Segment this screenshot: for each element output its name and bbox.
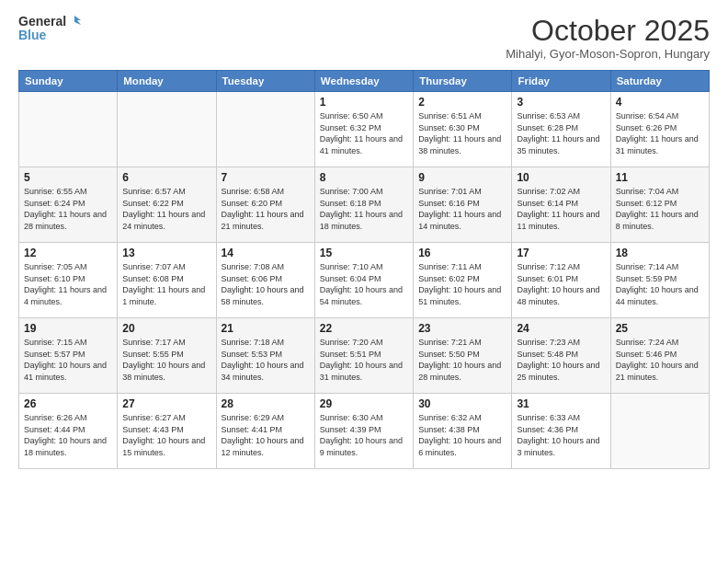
calendar-cell: 23Sunrise: 7:21 AM Sunset: 5:50 PM Dayli… (414, 318, 512, 394)
calendar-cell: 12Sunrise: 7:05 AM Sunset: 6:10 PM Dayli… (19, 243, 118, 318)
day-info: Sunrise: 7:23 AM Sunset: 5:48 PM Dayligh… (517, 337, 605, 383)
calendar-cell: 25Sunrise: 7:24 AM Sunset: 5:46 PM Dayli… (610, 318, 709, 394)
day-number: 20 (122, 322, 210, 335)
calendar-cell: 14Sunrise: 7:08 AM Sunset: 6:06 PM Dayli… (216, 243, 314, 318)
calendar-cell: 20Sunrise: 7:17 AM Sunset: 5:55 PM Dayli… (118, 318, 216, 394)
day-info: Sunrise: 6:53 AM Sunset: 6:28 PM Dayligh… (517, 110, 605, 156)
calendar-cell: 19Sunrise: 7:15 AM Sunset: 5:57 PM Dayli… (19, 318, 118, 394)
calendar-cell: 2Sunrise: 6:51 AM Sunset: 6:30 PM Daylig… (414, 92, 512, 167)
calendar-cell: 16Sunrise: 7:11 AM Sunset: 6:02 PM Dayli… (414, 243, 512, 318)
day-number: 16 (418, 247, 506, 259)
day-info: Sunrise: 7:12 AM Sunset: 6:01 PM Dayligh… (517, 261, 605, 307)
day-info: Sunrise: 6:29 AM Sunset: 4:41 PM Dayligh… (222, 412, 310, 458)
calendar-cell: 18Sunrise: 7:14 AM Sunset: 5:59 PM Dayli… (610, 243, 709, 318)
calendar-cell: 29Sunrise: 6:30 AM Sunset: 4:39 PM Dayli… (314, 394, 413, 469)
day-info: Sunrise: 7:17 AM Sunset: 5:55 PM Dayligh… (122, 337, 210, 383)
calendar-cell: 3Sunrise: 6:53 AM Sunset: 6:28 PM Daylig… (512, 92, 610, 167)
day-number: 31 (517, 397, 605, 410)
calendar-cell: 8Sunrise: 7:00 AM Sunset: 6:18 PM Daylig… (314, 167, 413, 243)
day-number: 11 (616, 171, 704, 184)
day-info: Sunrise: 6:54 AM Sunset: 6:26 PM Dayligh… (616, 110, 704, 156)
location: Mihalyi, Gyor-Moson-Sopron, Hungary (506, 47, 710, 61)
calendar-cell: 11Sunrise: 7:04 AM Sunset: 6:12 PM Dayli… (610, 167, 709, 243)
day-info: Sunrise: 7:05 AM Sunset: 6:10 PM Dayligh… (24, 261, 112, 307)
calendar-cell: 28Sunrise: 6:29 AM Sunset: 4:41 PM Dayli… (216, 394, 314, 469)
calendar-cell: 5Sunrise: 6:55 AM Sunset: 6:24 PM Daylig… (19, 167, 118, 243)
day-info: Sunrise: 7:01 AM Sunset: 6:16 PM Dayligh… (418, 186, 506, 232)
calendar-cell (216, 92, 314, 167)
calendar-cell: 26Sunrise: 6:26 AM Sunset: 4:44 PM Dayli… (19, 394, 118, 469)
day-info: Sunrise: 6:55 AM Sunset: 6:24 PM Dayligh… (24, 186, 112, 232)
day-info: Sunrise: 7:00 AM Sunset: 6:18 PM Dayligh… (320, 186, 408, 232)
day-number: 29 (320, 397, 408, 410)
title-block: October 2025 Mihalyi, Gyor-Moson-Sopron,… (506, 15, 710, 61)
calendar-cell: 4Sunrise: 6:54 AM Sunset: 6:26 PM Daylig… (610, 92, 709, 167)
day-number: 26 (24, 397, 112, 410)
calendar-table: Sunday Monday Tuesday Wednesday Thursday… (18, 70, 710, 469)
calendar-cell: 17Sunrise: 7:12 AM Sunset: 6:01 PM Dayli… (512, 243, 610, 318)
header-row: Sunday Monday Tuesday Wednesday Thursday… (19, 71, 710, 92)
calendar-cell (610, 394, 709, 469)
day-info: Sunrise: 7:20 AM Sunset: 5:51 PM Dayligh… (320, 337, 408, 383)
day-number: 27 (122, 397, 210, 410)
day-number: 1 (320, 96, 408, 109)
day-number: 9 (418, 171, 506, 184)
day-info: Sunrise: 7:08 AM Sunset: 6:06 PM Dayligh… (222, 261, 310, 307)
day-info: Sunrise: 7:18 AM Sunset: 5:53 PM Dayligh… (222, 337, 310, 383)
col-saturday: Saturday (610, 71, 709, 92)
logo-general: General (18, 15, 66, 29)
logo: General Blue (18, 15, 81, 43)
day-info: Sunrise: 6:51 AM Sunset: 6:30 PM Dayligh… (418, 110, 506, 156)
day-number: 3 (517, 96, 605, 109)
day-number: 15 (320, 247, 408, 259)
day-info: Sunrise: 6:57 AM Sunset: 6:22 PM Dayligh… (122, 186, 210, 232)
day-info: Sunrise: 7:14 AM Sunset: 5:59 PM Dayligh… (616, 261, 704, 307)
day-number: 12 (24, 247, 112, 259)
calendar-cell: 22Sunrise: 7:20 AM Sunset: 5:51 PM Dayli… (314, 318, 413, 394)
day-info: Sunrise: 7:04 AM Sunset: 6:12 PM Dayligh… (616, 186, 704, 232)
day-number: 23 (418, 322, 506, 335)
day-info: Sunrise: 6:27 AM Sunset: 4:43 PM Dayligh… (122, 412, 210, 458)
calendar-cell: 24Sunrise: 7:23 AM Sunset: 5:48 PM Dayli… (512, 318, 610, 394)
logo-bird-icon (68, 16, 81, 29)
day-number: 21 (222, 322, 310, 335)
col-tuesday: Tuesday (216, 71, 314, 92)
day-info: Sunrise: 6:33 AM Sunset: 4:36 PM Dayligh… (517, 412, 605, 458)
day-info: Sunrise: 7:24 AM Sunset: 5:46 PM Dayligh… (616, 337, 704, 383)
month-title: October 2025 (506, 15, 710, 47)
calendar-week-5: 26Sunrise: 6:26 AM Sunset: 4:44 PM Dayli… (19, 394, 710, 469)
calendar-cell: 30Sunrise: 6:32 AM Sunset: 4:38 PM Dayli… (414, 394, 512, 469)
calendar-week-1: 1Sunrise: 6:50 AM Sunset: 6:32 PM Daylig… (19, 92, 710, 167)
day-number: 17 (517, 247, 605, 259)
day-info: Sunrise: 6:26 AM Sunset: 4:44 PM Dayligh… (24, 412, 112, 458)
calendar-cell: 13Sunrise: 7:07 AM Sunset: 6:08 PM Dayli… (118, 243, 216, 318)
calendar-cell: 9Sunrise: 7:01 AM Sunset: 6:16 PM Daylig… (414, 167, 512, 243)
calendar-cell (19, 92, 118, 167)
calendar-cell: 31Sunrise: 6:33 AM Sunset: 4:36 PM Dayli… (512, 394, 610, 469)
day-info: Sunrise: 7:21 AM Sunset: 5:50 PM Dayligh… (418, 337, 506, 383)
calendar-cell: 6Sunrise: 6:57 AM Sunset: 6:22 PM Daylig… (118, 167, 216, 243)
col-thursday: Thursday (414, 71, 512, 92)
day-number: 10 (517, 171, 605, 184)
calendar-cell: 1Sunrise: 6:50 AM Sunset: 6:32 PM Daylig… (314, 92, 413, 167)
col-friday: Friday (512, 71, 610, 92)
col-wednesday: Wednesday (314, 71, 413, 92)
day-number: 22 (320, 322, 408, 335)
day-number: 6 (122, 171, 210, 184)
day-info: Sunrise: 7:07 AM Sunset: 6:08 PM Dayligh… (122, 261, 210, 307)
calendar-cell: 10Sunrise: 7:02 AM Sunset: 6:14 PM Dayli… (512, 167, 610, 243)
calendar-cell: 27Sunrise: 6:27 AM Sunset: 4:43 PM Dayli… (118, 394, 216, 469)
col-sunday: Sunday (19, 71, 118, 92)
day-number: 5 (24, 171, 112, 184)
calendar-page: General Blue October 2025 Mihalyi, Gyor-… (0, 0, 728, 563)
logo-blue: Blue (18, 29, 81, 42)
day-number: 24 (517, 322, 605, 335)
day-info: Sunrise: 6:58 AM Sunset: 6:20 PM Dayligh… (222, 186, 310, 232)
day-info: Sunrise: 6:50 AM Sunset: 6:32 PM Dayligh… (320, 110, 408, 156)
day-number: 28 (222, 397, 310, 410)
day-number: 8 (320, 171, 408, 184)
day-info: Sunrise: 7:15 AM Sunset: 5:57 PM Dayligh… (24, 337, 112, 383)
col-monday: Monday (118, 71, 216, 92)
day-info: Sunrise: 7:10 AM Sunset: 6:04 PM Dayligh… (320, 261, 408, 307)
calendar-week-2: 5Sunrise: 6:55 AM Sunset: 6:24 PM Daylig… (19, 167, 710, 243)
